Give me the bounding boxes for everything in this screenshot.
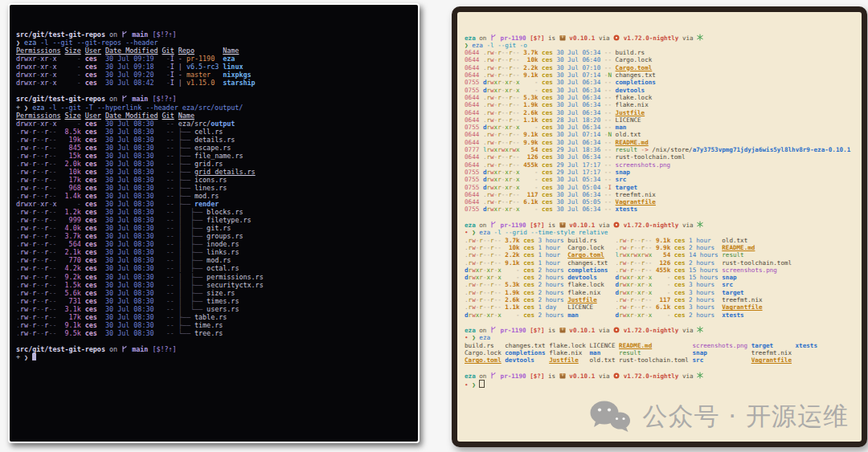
terminal-line: drwxr-xr-x - ces 2 hours devtools drwxr-… <box>465 274 854 281</box>
permission-string: .rw-r--r-- <box>16 240 56 248</box>
permission-string: drwxr-xr-x <box>616 281 653 288</box>
permission-string: drwxr-xr-x <box>616 289 653 296</box>
terminal-line: .rw-r--r-- 3.1k ces 30 Jul 08:30 -- │ └─… <box>16 305 411 313</box>
terminal-line: eza on pr-1190 [$?] is v0.10.1 via v1.72… <box>465 372 854 380</box>
hyperlink-file[interactable]: grid_details.rs <box>194 168 256 176</box>
terminal-line: drwxr-xr-x - ces 30 Jul 09:20 -I - maste… <box>16 71 411 79</box>
git-branch-icon <box>121 345 128 353</box>
terminal-line: .rw-r--r-- 3.7k ces 30 Jul 08:30 -- │ ├─… <box>16 232 411 240</box>
permission-string: drwxr-xr-x <box>16 63 56 71</box>
terminal-line: Permissions Size User Date Modified Git … <box>16 47 411 55</box>
permission-string: .rw-r--r-- <box>483 94 520 101</box>
permission-string: lrwxrwxrwx <box>616 251 653 259</box>
git-branch-icon <box>490 34 497 42</box>
terminal-line: .rw-r--r-- 564 ces 30 Jul 08:30 -- │ ├──… <box>16 240 411 248</box>
permission-string: .rw-r--r-- <box>16 289 56 297</box>
rust-icon <box>613 35 620 42</box>
permission-string: .rw-r--r-- <box>616 296 653 303</box>
permission-string: .rw-r--r-- <box>465 303 502 311</box>
permission-string: .rw-r--r-- <box>483 161 520 169</box>
terminal-line: 0755 drwxr-xr-x - ces 30 Jul 05:04 -I ta… <box>465 184 854 191</box>
terminal-line: .rw-r--r-- 9.2k ces 30 Jul 08:30 -- │ ├─… <box>16 273 411 281</box>
git-branch-icon <box>121 95 128 103</box>
terminal-line: .rw-r--r-- 1.5k ces 30 Jul 08:30 -- │ ├─… <box>16 281 411 289</box>
permission-string: .rw-r--r-- <box>483 198 520 206</box>
nix-snowflake-icon <box>697 326 703 334</box>
terminal-line: .rw-r--r-- 999 ces 30 Jul 08:30 -- │ ├──… <box>16 216 411 224</box>
terminal-line: .rw-r--r-- 2.6k ces 2 hours Justfile .rw… <box>465 296 854 303</box>
permission-string: .rw-r--r-- <box>465 289 502 296</box>
terminal-line: .rw-r--r-- 5.3k ces 2 hours flake.lock d… <box>465 281 854 288</box>
terminal-line: build.rs changes.txt flake.lock LICENCE … <box>465 342 854 349</box>
permission-string: .rw-r--r-- <box>16 297 56 305</box>
permission-string: .rw-r--r-- <box>483 71 520 79</box>
permission-string: drwxr-xr-x <box>483 184 520 191</box>
permission-string: drwxr-xr-x <box>465 274 502 281</box>
terminal-line: 0755 drwxr-xr-x - ces 30 Jul 06:34 -- ma… <box>465 124 854 131</box>
permission-string: .rw-r--r-- <box>16 216 56 224</box>
git-branch-icon <box>490 326 497 334</box>
right-terminal-content: eza on pr-1190 [$?] is v0.10.1 via v1.72… <box>465 34 854 389</box>
terminal-line: .rw-r--r-- 3.7k ces 3 hours build.rs .rw… <box>465 237 854 244</box>
terminal-line: + ❯ <box>16 353 411 361</box>
git-branch-icon <box>121 31 128 39</box>
permission-string: .rw-r--r-- <box>16 192 56 200</box>
terminal-line: .rw-r--r-- 9.1k ces 1 hour changes.txt .… <box>465 259 854 267</box>
permission-string: .rw-r--r-- <box>16 232 56 240</box>
permission-string: .rw-r--r-- <box>16 144 56 152</box>
terminal-cursor <box>479 380 485 388</box>
permission-string: drwxr-xr-x <box>483 206 520 213</box>
permission-string: .rw-r--r-- <box>16 313 56 321</box>
terminal-line: .rw-r--r-- 1.2k ces 30 Jul 08:30 -- │ ├─… <box>16 208 411 216</box>
terminal-line: drwxr-xr-x - ces 30 Jul 08:30 -- ├── ren… <box>16 200 411 208</box>
permission-string: drwxr-xr-x <box>483 176 520 183</box>
terminal-line: .rw-r--r-- 968 ces 30 Jul 08:30 -- ├── l… <box>16 184 411 192</box>
terminal-line: 0644 .rw-r--r-- 1.1k ces 28 Jul 18:20 --… <box>465 116 854 124</box>
terminal-line: 0644 .rw-r--r-- 9.9k ces 30 Jul 06:34 --… <box>465 139 854 146</box>
rust-icon <box>613 222 620 229</box>
permission-string: .rw-r--r-- <box>483 101 520 108</box>
terminal-line: .rw-r--r-- 5.6k ces 30 Jul 08:30 -- │ ├─… <box>16 289 411 297</box>
permission-string: .rw-r--r-- <box>16 152 56 160</box>
terminal-line: 0644 .rw-r--r-- 5.3k ces 30 Jul 06:34 --… <box>465 94 854 101</box>
permission-string: .rw-r--r-- <box>16 168 56 176</box>
permission-string: .rw-r--r-- <box>16 281 56 289</box>
terminal-line: Cargo.lock completions flake.nix man res… <box>465 349 854 356</box>
terminal-line: .rw-r--r-- 4.2k ces 30 Jul 08:30 -- │ ├─… <box>16 264 411 272</box>
permission-string: drwxr-xr-x <box>483 124 520 131</box>
terminal-line: eza on pr-1190 [$?] is v0.10.1 via v1.72… <box>465 34 854 42</box>
terminal-line: 0755 drwxr-xr-x - ces 30 Jul 06:34 -- xt… <box>465 206 854 213</box>
terminal-line: eza on pr-1190 [$?] is v0.10.1 via v1.72… <box>465 326 854 334</box>
permission-string: .rw-r--r-- <box>616 259 653 267</box>
git-branch-icon <box>490 372 497 380</box>
package-icon <box>559 327 566 334</box>
permission-string: .rw-r--r-- <box>483 116 520 124</box>
terminal-line: .rw-r--r-- 731 ces 30 Jul 08:30 -- │ ├──… <box>16 297 411 305</box>
terminal-line: .rw-r--r-- 17k ces 30 Jul 08:30 -- ├── t… <box>16 313 411 321</box>
permission-string: .rw-r--r-- <box>16 321 56 329</box>
terminal-line: 0644 .rw-r--r-- 117 ces 30 Jul 06:34 -- … <box>465 191 854 198</box>
permission-string: .rw-r--r-- <box>16 208 56 216</box>
terminal-line: 0755 drwxr-xr-x - ces 29 Jul 17:17 -- sn… <box>465 169 854 176</box>
watermark: 公众号 · 开源运维 <box>589 400 849 434</box>
terminal-line: drwxr-xr-x - ces 30 Jul 09:19 -I - pr-11… <box>16 55 411 63</box>
terminal-line: 0644 .rw-r--r-- 3.7k ces 30 Jul 05:34 --… <box>465 49 854 56</box>
permission-string: .rw-r--r-- <box>16 224 56 232</box>
nix-snowflake-icon <box>697 34 703 42</box>
permission-string: .rw-r--r-- <box>465 244 502 251</box>
terminal-line: 0644 .rw-r--r-- 9.1k ces 30 Jul 07:14 -N… <box>465 131 854 138</box>
permission-string: drwxr-xr-x <box>483 79 520 86</box>
terminal-line: 0777 lrwxrwxrwx 54 ces 29 Jul 18:36 -- r… <box>465 146 854 153</box>
terminal-line: Cargo.toml devtools Justfile old.txt rus… <box>465 356 854 364</box>
terminal-line <box>465 364 854 372</box>
permission-string: .rw-r--r-- <box>616 237 653 244</box>
permission-string: lrwxrwxrwx <box>483 146 520 153</box>
permission-string: drwxr-xr-x <box>16 79 56 87</box>
terminal-line <box>16 87 411 95</box>
permission-string: .rw-r--r-- <box>483 131 520 138</box>
permission-string: drwxr-xr-x <box>16 200 56 208</box>
terminal-line: .rw-r--r-- 19k ces 30 Jul 08:30 -- ├── d… <box>16 136 411 144</box>
package-icon <box>559 35 566 42</box>
terminal-line: 0644 .rw-r--r-- 2.6k ces 30 Jul 06:34 --… <box>465 109 854 116</box>
terminal-line: drwxr-xr-x - ces 2 hours man drwxr-xr-x … <box>465 312 854 319</box>
